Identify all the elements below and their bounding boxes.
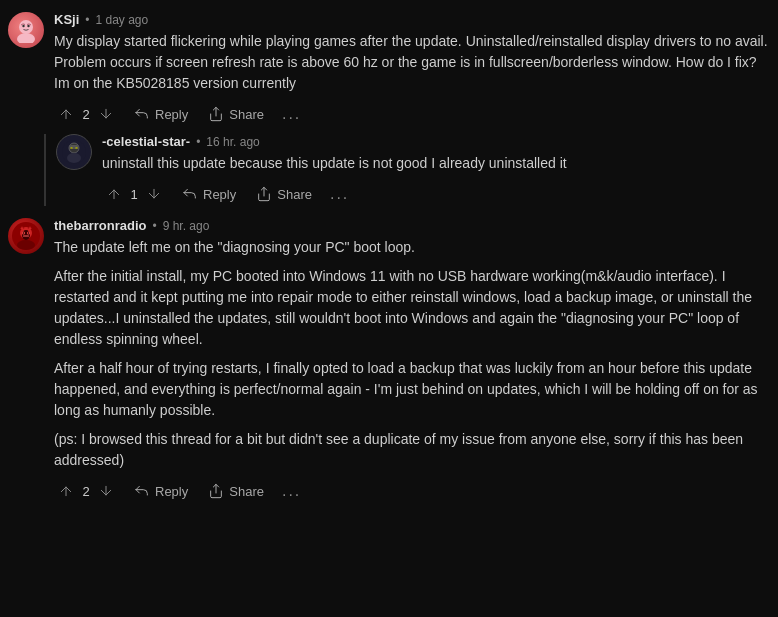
reply-button-ksji[interactable]: Reply	[126, 102, 196, 126]
more-button-celestial[interactable]: ...	[324, 183, 355, 205]
comment-celestial: -celestial-star- • 16 hr. ago uninstall …	[56, 134, 770, 206]
share-button-celestial[interactable]: Share	[248, 182, 320, 206]
more-button-barron[interactable]: ...	[276, 480, 307, 502]
timestamp-celestial: 16 hr. ago	[206, 135, 259, 149]
share-button-barron[interactable]: Share	[200, 479, 272, 503]
vote-count-celestial: 1	[130, 187, 138, 202]
timestamp-barron: 9 hr. ago	[163, 219, 210, 233]
svg-point-3	[27, 25, 29, 27]
downvote-celestial[interactable]	[142, 184, 166, 204]
comment-thread: KSji • 1 day ago My display started flic…	[0, 0, 778, 523]
svg-point-9	[71, 148, 72, 149]
svg-point-14	[22, 230, 30, 240]
downvote-barron[interactable]	[94, 481, 118, 501]
vote-count-ksji: 2	[82, 107, 90, 122]
vote-count-barron: 2	[82, 484, 90, 499]
comment-text-barron: The update left me on the "diagnosing yo…	[54, 237, 770, 471]
reply-button-celestial[interactable]: Reply	[174, 182, 244, 206]
comment-header-celestial: -celestial-star- • 16 hr. ago	[102, 134, 770, 149]
username-ksji: KSji	[54, 12, 79, 27]
avatar-ksji	[8, 12, 44, 48]
svg-rect-19	[23, 236, 29, 237]
svg-point-0	[19, 20, 33, 34]
vote-group-ksji: 2	[54, 104, 118, 124]
comment-actions-ksji: 2 Reply Share ...	[54, 102, 770, 126]
share-button-ksji[interactable]: Share	[200, 102, 272, 126]
avatar-celestial	[56, 134, 92, 170]
svg-point-2	[22, 25, 24, 27]
reply-button-barron[interactable]: Reply	[126, 479, 196, 503]
comment-ksji: KSji • 1 day ago My display started flic…	[8, 12, 770, 126]
comment-header-ksji: KSji • 1 day ago	[54, 12, 770, 27]
vote-group-celestial: 1	[102, 184, 166, 204]
upvote-celestial[interactable]	[102, 184, 126, 204]
svg-point-10	[76, 148, 77, 149]
svg-point-1	[17, 33, 35, 43]
avatar-barron	[8, 218, 44, 254]
upvote-barron[interactable]	[54, 481, 78, 501]
comment-text-celestial: uninstall this update because this updat…	[102, 153, 770, 174]
username-celestial: -celestial-star-	[102, 134, 190, 149]
reply-celestial-container: -celestial-star- • 16 hr. ago uninstall …	[44, 134, 770, 206]
comment-barron: thebarronradio • 9 hr. ago The update le…	[8, 218, 770, 503]
comment-text-ksji: My display started flickering while play…	[54, 31, 770, 94]
comment-body-ksji: KSji • 1 day ago My display started flic…	[54, 12, 770, 126]
downvote-ksji[interactable]	[94, 104, 118, 124]
svg-point-11	[67, 153, 81, 163]
svg-point-17	[23, 232, 24, 233]
comment-body-celestial: -celestial-star- • 16 hr. ago uninstall …	[102, 134, 770, 206]
comment-actions-barron: 2 Reply Share ...	[54, 479, 770, 503]
username-barron: thebarronradio	[54, 218, 146, 233]
more-button-ksji[interactable]: ...	[276, 103, 307, 125]
upvote-ksji[interactable]	[54, 104, 78, 124]
comment-body-barron: thebarronradio • 9 hr. ago The update le…	[54, 218, 770, 503]
comment-header-barron: thebarronradio • 9 hr. ago	[54, 218, 770, 233]
svg-point-20	[17, 240, 35, 250]
svg-point-18	[28, 232, 29, 233]
timestamp-ksji: 1 day ago	[96, 13, 149, 27]
comment-actions-celestial: 1 Reply Share ...	[102, 182, 770, 206]
vote-group-barron: 2	[54, 481, 118, 501]
